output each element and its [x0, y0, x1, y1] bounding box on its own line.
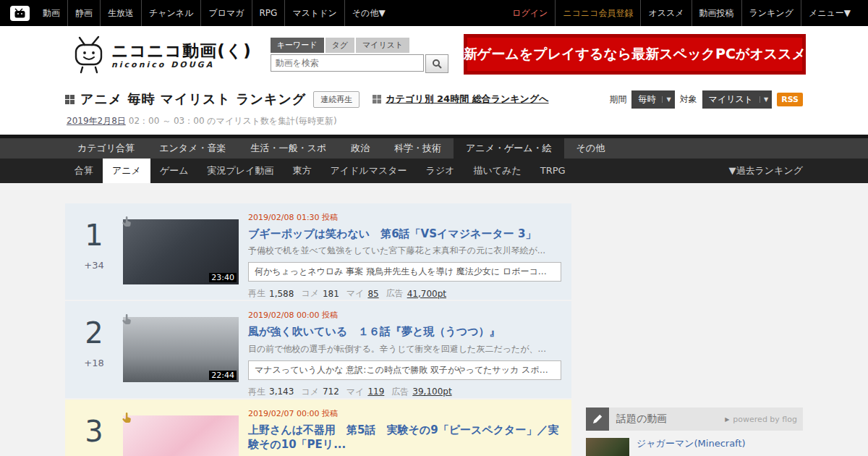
topnav-menu[interactable]: メニュー▼: [801, 0, 858, 26]
posted-date: 2019/02/08 01:30 投稿: [248, 212, 561, 223]
topnav-live[interactable]: 生放送: [100, 0, 141, 26]
topnav-left: 動画 静画 生放送 チャンネル ブロマガ RPG マストドン その他▼: [35, 0, 393, 26]
subtab-letsplay[interactable]: 実況プレイ動画: [198, 159, 284, 183]
play-count: 1,588: [269, 289, 294, 299]
mylist-count-link[interactable]: 119: [367, 387, 384, 397]
date-note: 02：00 ～ 03：00 のマイリスト数を集計(毎時更新): [129, 115, 337, 127]
topnav-channel[interactable]: チャンネル: [141, 0, 200, 26]
comment-count-label: コメ: [301, 386, 319, 398]
video-thumbnail[interactable]: 22:44: [123, 317, 239, 382]
category-tab-politics[interactable]: 政治: [339, 138, 382, 159]
subtab-combined[interactable]: 合算: [65, 159, 103, 183]
search-button[interactable]: [425, 54, 448, 73]
target-label: 対象: [680, 93, 697, 106]
topics-title: 話題の動画: [616, 413, 667, 426]
posted-date: 2019/02/08 00:00 投稿: [248, 310, 561, 321]
comment-count: 712: [323, 387, 339, 397]
video-thumbnail[interactable]: 23:40: [123, 219, 239, 284]
latest-comments: マナスっていう人かな 意訳:この時点で勝敗 双子がやってたサッカ スポーツや: [248, 360, 561, 380]
period-select-value: 毎時: [638, 93, 655, 106]
play-icon: ▶: [725, 416, 729, 423]
rank-delta: +34: [65, 260, 123, 271]
rank-number: 2: [65, 318, 123, 347]
hand-icon: [120, 411, 133, 427]
play-all-button[interactable]: 連続再生: [313, 91, 359, 108]
ad-points-label: 広告: [391, 386, 409, 398]
powered-by: ▶ powered by flog: [725, 415, 803, 424]
topnav-upload[interactable]: 動画投稿: [692, 0, 741, 26]
posted-date: 2019/02/07 00:00 投稿: [248, 408, 561, 419]
target-select[interactable]: マイリスト ▼: [702, 90, 773, 109]
category-tab-all[interactable]: カテゴリ合算: [65, 138, 147, 159]
ranking-item-1: 1 +34 23:40 2019/02/08 01:30 投稿 ブギーポップは笑…: [65, 203, 571, 300]
topnav-recommend[interactable]: オススメ: [640, 0, 691, 26]
subtab-touhou[interactable]: 東方: [283, 159, 320, 183]
ad-banner-text: 最新ゲームをプレイするなら最新スペックPCがオススメ！: [450, 45, 820, 64]
category-grid-icon: [373, 95, 381, 104]
search-tab-tag[interactable]: タグ: [326, 38, 355, 53]
category-tab-life[interactable]: 生活・一般・スポ: [238, 138, 339, 159]
target-select-value: マイリスト: [709, 93, 753, 106]
hand-icon: [120, 313, 133, 329]
category-tab-science[interactable]: 科学・技術: [382, 138, 454, 159]
topnav-seiga[interactable]: 静画: [67, 0, 100, 26]
mylist-count-link[interactable]: 85: [367, 289, 378, 299]
niconico-tv-icon[interactable]: [10, 6, 30, 21]
period-label: 期間: [609, 93, 626, 106]
category-ranking-link[interactable]: カテゴリ別 24時間 総合ランキングへ: [386, 93, 548, 106]
ad-points-link[interactable]: 41,700pt: [407, 289, 446, 299]
topnav-other-menu[interactable]: その他▼: [344, 0, 393, 26]
video-title-link[interactable]: ブギーポップは笑わない 第6話「VSイマジネーター 3」: [248, 227, 561, 241]
topnav-ranking[interactable]: ランキング: [741, 0, 801, 26]
video-description: 目の前で他校の選手が転倒する。辛うじて衝突を回避した灰二だったが、...: [248, 343, 561, 355]
rss-badge[interactable]: RSS: [777, 93, 803, 106]
register-link[interactable]: ニコニコ会員登録: [555, 0, 640, 26]
ad-points-link[interactable]: 39,100pt: [412, 387, 451, 397]
logo-main-text: ニコニコ動画(く): [111, 42, 252, 60]
latest-comments: 何かちょっとネウロみ 事案 飛鳥井先生も人を導け 魔法少女に ロボーコップ?: [248, 262, 561, 282]
play-count-label: 再生: [248, 386, 265, 398]
video-description: 予備校で机を並べて勉強をしていた宮下藤花と末真和子の元に衣川琴絵が...: [248, 245, 561, 257]
category-tab-entertainment[interactable]: エンタメ・音楽: [147, 138, 238, 159]
topnav-mastodon[interactable]: マストドン: [284, 0, 344, 26]
topic-video-link[interactable]: ジャガーマン(Minecraft): [637, 438, 746, 450]
video-title-link[interactable]: 上野さんは不器用 第5話 実験その9「ピースペクター」／実験その10「PEリ..…: [248, 423, 561, 452]
top-nav-bar: 動画 静画 生放送 チャンネル ブロマガ RPG マストドン その他▼ ログイン…: [0, 0, 868, 26]
site-header: ニコニコ動画(く) niconico DOUGA キーワード タグ マイリスト: [0, 26, 868, 135]
past-ranking-link[interactable]: ▼過去ランキング: [728, 159, 803, 183]
category-tab-anime-game-art[interactable]: アニメ・ゲーム・絵: [454, 138, 564, 159]
powered-by-text: powered by flog: [733, 415, 797, 424]
ranking-item-3: 3 +16 2019/02/07 00:00 投稿 上野さんは不器用 第5話 実…: [65, 400, 571, 456]
video-title-link[interactable]: 風が強く吹いている １６話『夢と現（うつつ）』: [248, 324, 561, 339]
subcategory-tab-bar: 合算 アニメ ゲーム 実況プレイ動画 東方 アイドルマスター ラジオ 描いてみた…: [0, 159, 868, 183]
ranking-list: 1 +34 23:40 2019/02/08 01:30 投稿 ブギーポップは笑…: [65, 203, 571, 456]
ranking-grid-icon: [65, 95, 75, 104]
ranking-item-2: 2 +18 22:44 2019/02/08 00:00 投稿 風が強く吹いてい…: [65, 301, 571, 397]
period-select[interactable]: 毎時 ▼: [631, 90, 674, 109]
main-content: 1 +34 23:40 2019/02/08 01:30 投稿 ブギーポップは笑…: [65, 183, 803, 456]
login-link[interactable]: ログイン: [505, 0, 555, 26]
category-tab-other[interactable]: その他: [564, 138, 618, 159]
search-input[interactable]: [271, 54, 424, 72]
subtab-anime[interactable]: アニメ: [103, 159, 150, 183]
mylist-count-label: マイ: [346, 287, 365, 300]
video-stats: 再生 3,143 コメ 712 マイ 119 広告 39,100pt: [248, 386, 561, 398]
video-thumbnail[interactable]: [123, 415, 239, 456]
search-tab-keyword[interactable]: キーワード: [271, 38, 324, 53]
topnav-blomaga[interactable]: ブロマガ: [200, 0, 251, 26]
subtab-radio[interactable]: ラジオ: [417, 159, 464, 183]
subtab-trpg[interactable]: TRPG: [531, 159, 575, 183]
topnav-rpg[interactable]: RPG: [252, 0, 285, 26]
niconico-logo[interactable]: ニコニコ動画(く) niconico DOUGA: [72, 35, 252, 77]
ad-banner[interactable]: 最新ゲームをプレイするなら最新スペックPCがオススメ！: [464, 34, 806, 75]
date-link[interactable]: 2019年2月8日: [67, 115, 126, 127]
search-tab-mylist[interactable]: マイリスト: [356, 38, 409, 53]
subtab-game[interactable]: ゲーム: [150, 159, 198, 183]
subtab-idolmaster[interactable]: アイドルマスター: [320, 159, 416, 183]
dropdown-arrow-icon: ▼: [662, 96, 671, 103]
topic-video-item[interactable]: ジャガーマン(Minecraft): [586, 438, 803, 456]
rank-delta: +18: [65, 358, 123, 368]
subtab-drawing[interactable]: 描いてみた: [464, 159, 531, 183]
topnav-video[interactable]: 動画: [35, 0, 67, 26]
video-duration: 23:40: [209, 273, 237, 282]
